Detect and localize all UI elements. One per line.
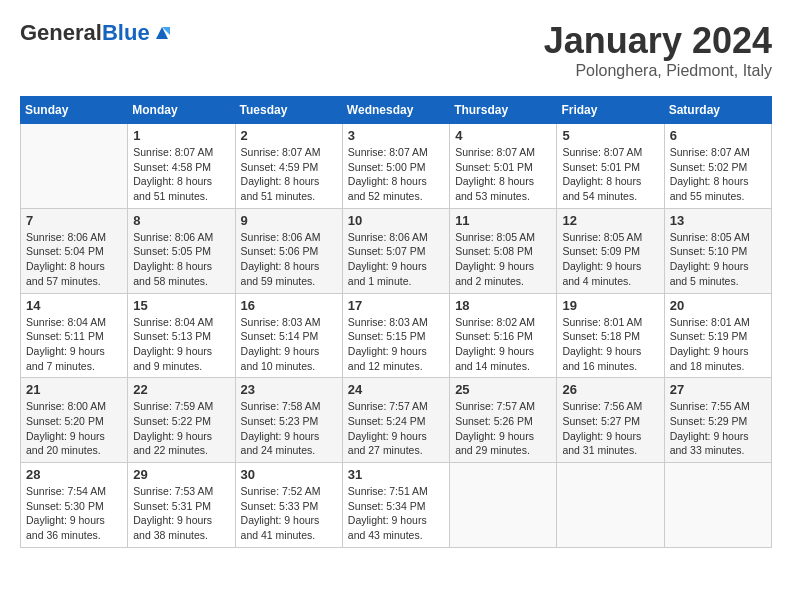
- day-number: 21: [26, 382, 122, 397]
- calendar-cell: 3Sunrise: 8:07 AMSunset: 5:00 PMDaylight…: [342, 124, 449, 209]
- calendar-cell: 25Sunrise: 7:57 AMSunset: 5:26 PMDayligh…: [450, 378, 557, 463]
- calendar-cell: 24Sunrise: 7:57 AMSunset: 5:24 PMDayligh…: [342, 378, 449, 463]
- calendar-cell: 5Sunrise: 8:07 AMSunset: 5:01 PMDaylight…: [557, 124, 664, 209]
- calendar-cell: 22Sunrise: 7:59 AMSunset: 5:22 PMDayligh…: [128, 378, 235, 463]
- calendar-cell: 4Sunrise: 8:07 AMSunset: 5:01 PMDaylight…: [450, 124, 557, 209]
- day-number: 1: [133, 128, 229, 143]
- calendar-cell: 6Sunrise: 8:07 AMSunset: 5:02 PMDaylight…: [664, 124, 771, 209]
- calendar-cell: 10Sunrise: 8:06 AMSunset: 5:07 PMDayligh…: [342, 208, 449, 293]
- day-detail: Sunrise: 7:54 AMSunset: 5:30 PMDaylight:…: [26, 484, 122, 543]
- day-detail: Sunrise: 8:04 AMSunset: 5:11 PMDaylight:…: [26, 315, 122, 374]
- day-number: 29: [133, 467, 229, 482]
- day-number: 11: [455, 213, 551, 228]
- day-detail: Sunrise: 7:59 AMSunset: 5:22 PMDaylight:…: [133, 399, 229, 458]
- calendar-cell: 16Sunrise: 8:03 AMSunset: 5:14 PMDayligh…: [235, 293, 342, 378]
- day-detail: Sunrise: 7:58 AMSunset: 5:23 PMDaylight:…: [241, 399, 337, 458]
- calendar-cell: 13Sunrise: 8:05 AMSunset: 5:10 PMDayligh…: [664, 208, 771, 293]
- day-detail: Sunrise: 8:06 AMSunset: 5:05 PMDaylight:…: [133, 230, 229, 289]
- logo-blue-text: Blue: [102, 20, 150, 46]
- day-detail: Sunrise: 7:56 AMSunset: 5:27 PMDaylight:…: [562, 399, 658, 458]
- day-detail: Sunrise: 7:52 AMSunset: 5:33 PMDaylight:…: [241, 484, 337, 543]
- day-detail: Sunrise: 8:02 AMSunset: 5:16 PMDaylight:…: [455, 315, 551, 374]
- day-detail: Sunrise: 8:05 AMSunset: 5:10 PMDaylight:…: [670, 230, 766, 289]
- day-number: 23: [241, 382, 337, 397]
- day-detail: Sunrise: 8:03 AMSunset: 5:15 PMDaylight:…: [348, 315, 444, 374]
- day-detail: Sunrise: 8:05 AMSunset: 5:09 PMDaylight:…: [562, 230, 658, 289]
- day-number: 6: [670, 128, 766, 143]
- day-detail: Sunrise: 8:06 AMSunset: 5:07 PMDaylight:…: [348, 230, 444, 289]
- calendar-cell: 8Sunrise: 8:06 AMSunset: 5:05 PMDaylight…: [128, 208, 235, 293]
- location-title: Polonghera, Piedmont, Italy: [544, 62, 772, 80]
- calendar-cell: [21, 124, 128, 209]
- day-detail: Sunrise: 7:51 AMSunset: 5:34 PMDaylight:…: [348, 484, 444, 543]
- day-number: 19: [562, 298, 658, 313]
- day-number: 4: [455, 128, 551, 143]
- weekday-header-thursday: Thursday: [450, 97, 557, 124]
- calendar-week-row: 1Sunrise: 8:07 AMSunset: 4:58 PMDaylight…: [21, 124, 772, 209]
- day-number: 22: [133, 382, 229, 397]
- day-number: 9: [241, 213, 337, 228]
- day-detail: Sunrise: 8:07 AMSunset: 5:00 PMDaylight:…: [348, 145, 444, 204]
- calendar-cell: 14Sunrise: 8:04 AMSunset: 5:11 PMDayligh…: [21, 293, 128, 378]
- title-block: January 2024 Polonghera, Piedmont, Italy: [544, 20, 772, 80]
- day-number: 5: [562, 128, 658, 143]
- day-number: 15: [133, 298, 229, 313]
- weekday-header-wednesday: Wednesday: [342, 97, 449, 124]
- logo: GeneralBlue: [20, 20, 172, 46]
- day-detail: Sunrise: 8:07 AMSunset: 5:01 PMDaylight:…: [455, 145, 551, 204]
- day-number: 10: [348, 213, 444, 228]
- calendar-week-row: 28Sunrise: 7:54 AMSunset: 5:30 PMDayligh…: [21, 463, 772, 548]
- calendar-cell: 17Sunrise: 8:03 AMSunset: 5:15 PMDayligh…: [342, 293, 449, 378]
- day-detail: Sunrise: 8:03 AMSunset: 5:14 PMDaylight:…: [241, 315, 337, 374]
- day-number: 8: [133, 213, 229, 228]
- calendar-cell: 21Sunrise: 8:00 AMSunset: 5:20 PMDayligh…: [21, 378, 128, 463]
- day-detail: Sunrise: 7:53 AMSunset: 5:31 PMDaylight:…: [133, 484, 229, 543]
- calendar-cell: 12Sunrise: 8:05 AMSunset: 5:09 PMDayligh…: [557, 208, 664, 293]
- logo-icon: [152, 23, 172, 43]
- calendar-cell: 1Sunrise: 8:07 AMSunset: 4:58 PMDaylight…: [128, 124, 235, 209]
- weekday-header-sunday: Sunday: [21, 97, 128, 124]
- calendar-cell: 20Sunrise: 8:01 AMSunset: 5:19 PMDayligh…: [664, 293, 771, 378]
- calendar-week-row: 7Sunrise: 8:06 AMSunset: 5:04 PMDaylight…: [21, 208, 772, 293]
- calendar-cell: 2Sunrise: 8:07 AMSunset: 4:59 PMDaylight…: [235, 124, 342, 209]
- month-title: January 2024: [544, 20, 772, 62]
- day-number: 2: [241, 128, 337, 143]
- calendar-cell: 19Sunrise: 8:01 AMSunset: 5:18 PMDayligh…: [557, 293, 664, 378]
- day-detail: Sunrise: 8:01 AMSunset: 5:18 PMDaylight:…: [562, 315, 658, 374]
- calendar-cell: 26Sunrise: 7:56 AMSunset: 5:27 PMDayligh…: [557, 378, 664, 463]
- day-detail: Sunrise: 8:05 AMSunset: 5:08 PMDaylight:…: [455, 230, 551, 289]
- calendar-cell: 31Sunrise: 7:51 AMSunset: 5:34 PMDayligh…: [342, 463, 449, 548]
- day-detail: Sunrise: 8:07 AMSunset: 5:02 PMDaylight:…: [670, 145, 766, 204]
- day-number: 17: [348, 298, 444, 313]
- day-detail: Sunrise: 8:00 AMSunset: 5:20 PMDaylight:…: [26, 399, 122, 458]
- day-number: 31: [348, 467, 444, 482]
- calendar-cell: [450, 463, 557, 548]
- calendar-cell: 9Sunrise: 8:06 AMSunset: 5:06 PMDaylight…: [235, 208, 342, 293]
- calendar-cell: 7Sunrise: 8:06 AMSunset: 5:04 PMDaylight…: [21, 208, 128, 293]
- day-detail: Sunrise: 7:55 AMSunset: 5:29 PMDaylight:…: [670, 399, 766, 458]
- calendar-cell: 23Sunrise: 7:58 AMSunset: 5:23 PMDayligh…: [235, 378, 342, 463]
- calendar-week-row: 14Sunrise: 8:04 AMSunset: 5:11 PMDayligh…: [21, 293, 772, 378]
- day-number: 20: [670, 298, 766, 313]
- day-detail: Sunrise: 8:01 AMSunset: 5:19 PMDaylight:…: [670, 315, 766, 374]
- calendar-cell: 29Sunrise: 7:53 AMSunset: 5:31 PMDayligh…: [128, 463, 235, 548]
- weekday-header-monday: Monday: [128, 97, 235, 124]
- logo-general-text: General: [20, 20, 102, 46]
- calendar-table: SundayMondayTuesdayWednesdayThursdayFrid…: [20, 96, 772, 548]
- day-number: 28: [26, 467, 122, 482]
- day-number: 14: [26, 298, 122, 313]
- calendar-cell: 27Sunrise: 7:55 AMSunset: 5:29 PMDayligh…: [664, 378, 771, 463]
- calendar-cell: 11Sunrise: 8:05 AMSunset: 5:08 PMDayligh…: [450, 208, 557, 293]
- calendar-cell: [664, 463, 771, 548]
- day-number: 12: [562, 213, 658, 228]
- day-number: 25: [455, 382, 551, 397]
- weekday-header-saturday: Saturday: [664, 97, 771, 124]
- day-number: 26: [562, 382, 658, 397]
- day-number: 24: [348, 382, 444, 397]
- calendar-cell: 30Sunrise: 7:52 AMSunset: 5:33 PMDayligh…: [235, 463, 342, 548]
- page-header: GeneralBlue January 2024 Polonghera, Pie…: [20, 20, 772, 80]
- day-number: 27: [670, 382, 766, 397]
- day-number: 16: [241, 298, 337, 313]
- day-detail: Sunrise: 8:07 AMSunset: 4:59 PMDaylight:…: [241, 145, 337, 204]
- day-detail: Sunrise: 8:07 AMSunset: 5:01 PMDaylight:…: [562, 145, 658, 204]
